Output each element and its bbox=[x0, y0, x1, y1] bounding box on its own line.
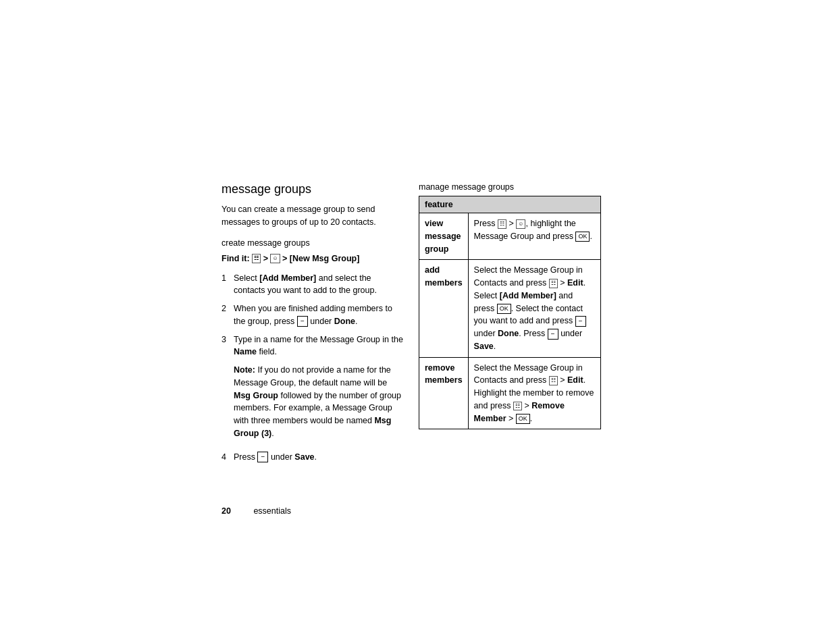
step-1: 1 Select [Add Member] and select the con… bbox=[221, 272, 404, 298]
subsection-title: create message groups bbox=[221, 238, 404, 248]
feature-name-view: viewmessagegroup bbox=[419, 213, 469, 260]
page-container: message groups You can create a message … bbox=[0, 0, 834, 644]
feature-table: feature viewmessagegroup Press ☷ > ☺, hi… bbox=[419, 196, 601, 429]
table-header: feature bbox=[419, 196, 601, 213]
step-number-2: 2 bbox=[221, 302, 234, 328]
contacts-icon-view: ☺ bbox=[516, 219, 525, 229]
feature-desc-add: Select the Message Group in Contacts and… bbox=[468, 260, 600, 357]
minus-icon-add-save: − bbox=[548, 329, 558, 340]
minus-icon-add-done: − bbox=[575, 316, 586, 327]
right-column: manage message groups feature viewmessag… bbox=[419, 182, 615, 429]
section-title: message groups bbox=[221, 182, 404, 196]
feature-name-add: addmembers bbox=[419, 260, 469, 357]
menu-icon-remove: ☷ bbox=[549, 376, 558, 385]
page-section: essentials bbox=[253, 506, 291, 516]
left-column: message groups You can create a message … bbox=[221, 182, 404, 468]
note-text: If you do not provide a name for the Mes… bbox=[234, 365, 401, 438]
step-2: 2 When you are finished adding members t… bbox=[221, 302, 404, 328]
table-row-view: viewmessagegroup Press ☷ > ☺, highlight … bbox=[419, 213, 601, 260]
menu-icon-remove2: ☷ bbox=[513, 402, 522, 411]
step-content-2: When you are finished adding members to … bbox=[234, 302, 404, 328]
manage-label: manage message groups bbox=[419, 182, 615, 192]
step-number-4: 4 bbox=[221, 451, 234, 464]
feature-name-remove: removemembers bbox=[419, 357, 469, 429]
minus-icon-4: − bbox=[257, 452, 268, 462]
page-number: 20 bbox=[221, 506, 231, 516]
step-content-4: Press − under Save. bbox=[234, 451, 404, 464]
table-row-add: addmembers Select the Message Group in C… bbox=[419, 260, 601, 357]
feature-desc-view: Press ☷ > ☺, highlight the Message Group… bbox=[468, 213, 600, 260]
note-block: Note: If you do not provide a name for t… bbox=[234, 364, 404, 440]
feature-desc-remove: Select the Message Group in Contacts and… bbox=[468, 357, 600, 429]
note-label: Note: bbox=[234, 365, 255, 375]
menu-icon-add: ☷ bbox=[549, 279, 558, 288]
page-footer: 20 essentials bbox=[221, 506, 291, 516]
minus-icon-2: − bbox=[297, 316, 308, 327]
new-msg-group-label: [New Msg Group] bbox=[290, 254, 359, 263]
steps-list: 1 Select [Add Member] and select the con… bbox=[221, 272, 404, 464]
step-4: 4 Press − under Save. bbox=[221, 451, 404, 464]
step-content-1: Select [Add Member] and select the conta… bbox=[234, 272, 404, 298]
step-number-1: 1 bbox=[221, 272, 234, 298]
contacts-icon: ☺ bbox=[270, 254, 280, 263]
arrow-separator-2: > bbox=[282, 254, 290, 263]
arrow-separator-1: > bbox=[263, 254, 271, 263]
table-header-row: feature bbox=[419, 196, 601, 213]
ok-box-view: OK bbox=[575, 232, 590, 242]
step-3: 3 Type in a name for the Message Group i… bbox=[221, 333, 404, 446]
find-it: Find it: ☷ > ☺ > [New Msg Group] bbox=[221, 252, 404, 265]
intro-text: You can create a message group to send m… bbox=[221, 203, 404, 229]
ok-box-remove: OK bbox=[516, 414, 530, 424]
step-number-3: 3 bbox=[221, 333, 234, 446]
menu-icon: ☷ bbox=[252, 254, 261, 263]
find-it-label: Find it: bbox=[221, 254, 250, 263]
menu-icon-view: ☷ bbox=[498, 219, 506, 229]
ok-box-add: OK bbox=[497, 304, 511, 314]
step-content-3: Type in a name for the Message Group in … bbox=[234, 333, 404, 446]
table-row-remove: removemembers Select the Message Group i… bbox=[419, 357, 601, 429]
